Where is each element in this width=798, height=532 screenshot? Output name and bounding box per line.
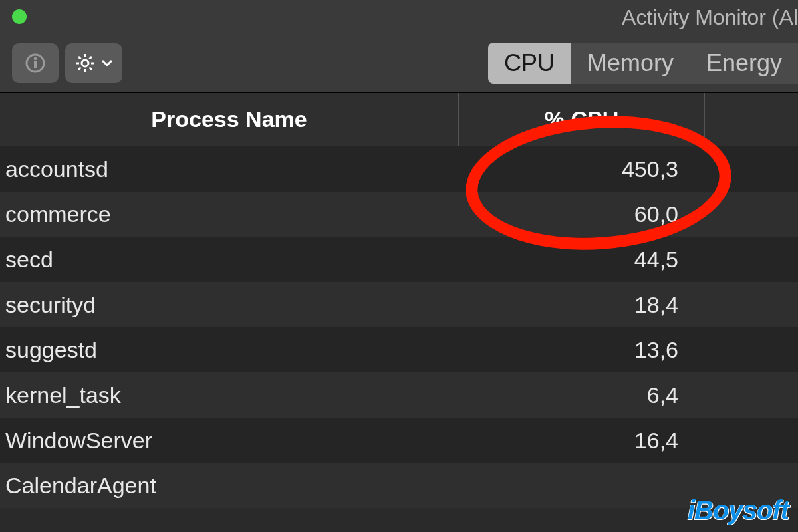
process-name-cell: accountsd <box>0 156 459 182</box>
process-cpu-cell: 450,3 <box>459 156 705 182</box>
chevron-down-icon <box>101 59 113 67</box>
svg-point-3 <box>82 60 88 66</box>
table-row[interactable]: securityd 18,4 <box>0 282 798 327</box>
tab-cpu[interactable]: CPU <box>488 43 571 84</box>
svg-point-2 <box>34 57 37 60</box>
svg-line-8 <box>78 57 81 59</box>
window-title: Activity Monitor (Al <box>622 5 798 30</box>
gear-icon <box>74 53 96 74</box>
table-row[interactable]: WindowServer 16,4 <box>0 418 798 463</box>
info-button[interactable] <box>12 43 59 83</box>
process-name-cell: kernel_task <box>0 382 459 408</box>
process-cpu-cell: 60,0 <box>459 201 705 227</box>
process-cpu-cell: 16,4 <box>459 428 705 454</box>
table-row[interactable]: accountsd 450,3 <box>0 146 798 192</box>
traffic-light-green[interactable] <box>12 9 27 24</box>
column-header-process-name[interactable]: Process Name <box>0 93 459 146</box>
tab-memory[interactable]: Memory <box>571 43 690 84</box>
actions-button[interactable] <box>65 43 122 83</box>
table-row[interactable]: CalendarAgent <box>0 463 798 508</box>
table-header: Process Name % CPU <box>0 93 798 146</box>
process-cpu-cell: 13,6 <box>459 337 705 363</box>
process-name-cell: CalendarAgent <box>0 473 459 499</box>
table-row[interactable]: kernel_task 6,4 <box>0 372 798 418</box>
process-name-cell: commerce <box>0 201 459 227</box>
svg-line-9 <box>90 67 92 70</box>
table-row[interactable]: commerce 60,0 <box>0 192 798 237</box>
process-table-body: accountsd 450,3 commerce 60,0 secd 44,5 … <box>0 146 798 508</box>
resource-tabs: CPU Memory Energy <box>488 43 798 84</box>
table-row[interactable]: secd 44,5 <box>0 237 798 282</box>
process-name-cell: suggestd <box>0 337 459 363</box>
process-cpu-cell: 6,4 <box>459 382 705 408</box>
column-header-cpu-pct[interactable]: % CPU <box>459 93 705 146</box>
process-name-cell: securityd <box>0 292 459 318</box>
svg-line-10 <box>78 67 81 70</box>
titlebar: Activity Monitor (Al <box>0 0 798 33</box>
toolbar: CPU Memory Energy <box>0 33 798 93</box>
process-name-cell: secd <box>0 247 459 273</box>
table-row[interactable]: suggestd 13,6 <box>0 327 798 372</box>
tab-energy[interactable]: Energy <box>690 43 798 84</box>
info-icon <box>25 53 45 73</box>
svg-rect-1 <box>34 61 37 68</box>
process-cpu-cell: 18,4 <box>459 292 705 318</box>
process-cpu-cell: 44,5 <box>459 247 705 273</box>
svg-line-11 <box>90 57 92 59</box>
process-name-cell: WindowServer <box>0 428 459 454</box>
